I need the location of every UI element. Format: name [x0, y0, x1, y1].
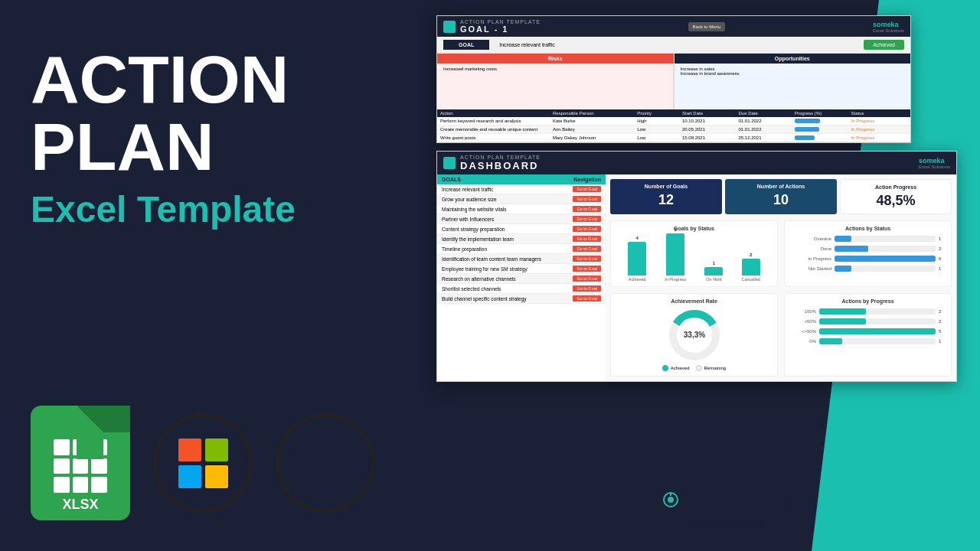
list-item: Grow your audience sizeGo to Goal — [437, 194, 606, 204]
go-to-goal-btn[interactable]: Go to Goal — [573, 216, 601, 222]
hbar-track — [835, 246, 936, 252]
hbar-row: Done 2 — [789, 246, 946, 252]
dash-brand: someka — [919, 157, 950, 165]
apple-icon — [276, 413, 375, 513]
ss-goal-cell: GOAL — [443, 40, 489, 50]
excel-icon: XLSX — [31, 406, 130, 520]
ss-template-label: ACTION PLAN TEMPLATE — [460, 19, 541, 24]
bar-group: 4 Achieved — [628, 236, 646, 282]
go-to-goal-btn[interactable]: Go to Goal — [573, 236, 601, 242]
metric-num-actions-label: Number of Actions — [730, 184, 832, 189]
metric-action-progress-value: 48,5% — [845, 193, 946, 209]
progress-row: 0% 1 — [789, 338, 946, 344]
metric-num-goals-label: Number of Goals — [615, 184, 717, 189]
ss-goal-value: Increase relevant traffic — [497, 40, 856, 50]
metric-action-progress-label: Action Progress — [845, 184, 946, 190]
list-item: Build channel specific content strategyG… — [437, 294, 606, 304]
svg-text:33,3%: 33,3% — [683, 331, 704, 339]
ss-opp-item-1: Increase in brand awareness — [681, 71, 905, 76]
go-to-goal-btn[interactable]: Go to Goal — [573, 256, 601, 262]
ss-brand: someka — [873, 21, 904, 28]
metric-num-goals-value: 12 — [615, 192, 717, 208]
list-item: Increase relevant trafficGo to Goal — [437, 184, 606, 194]
go-to-goal-btn[interactable]: Go to Goal — [573, 295, 601, 302]
ss-risks-header: Risks — [437, 54, 674, 64]
excel-label: XLSX — [62, 497, 98, 513]
progress-row: 100% 2 — [789, 308, 946, 315]
metric-num-actions: Number of Actions 10 — [725, 179, 837, 214]
go-to-goal-btn[interactable]: Go to Goal — [573, 285, 601, 292]
progress-row: >50% 2 — [789, 318, 946, 324]
someka-logo-icon — [655, 484, 686, 515]
hbar-row: In Progress 6 — [789, 256, 946, 262]
go-to-goal-btn[interactable]: Go to Goal — [573, 246, 601, 252]
table-row: Perform keyword research and analysis Ka… — [437, 117, 910, 126]
hbar-row: Overdue 1 — [789, 236, 946, 242]
hbar-row: Not Started 1 — [789, 266, 946, 272]
dash-logo — [443, 157, 456, 169]
chart-actions-by-status: Actions by Status Overdue 1 Done 2 In Pr… — [784, 220, 952, 287]
list-item: Timeline preparationGo to Goal — [437, 244, 606, 254]
go-to-goal-btn[interactable]: Go to Goal — [573, 266, 601, 272]
go-to-goal-btn[interactable]: Go to Goal — [573, 226, 601, 232]
chart-goals-by-status: Goals by Status 4 Achieved 5 In Progress… — [610, 220, 778, 287]
ss-top-header: ACTION PLAN TEMPLATE GOAL - 1 Back to Me… — [437, 16, 910, 37]
svg-point-1 — [668, 497, 674, 503]
screenshot-goal1: ACTION PLAN TEMPLATE GOAL - 1 Back to Me… — [436, 15, 911, 143]
list-item: Maintaining the website vitalsGo to Goal — [437, 204, 606, 214]
ss-back-btn[interactable]: Back to Menu — [688, 22, 726, 31]
dash-template-label: ACTION PLAN TEMPLATE — [460, 155, 541, 160]
progress-track — [819, 308, 936, 315]
ss-opp-content: Increase in sales Increase in brand awar… — [675, 64, 911, 109]
progress-track — [819, 328, 936, 334]
ss-opp-header: Opportunities — [675, 54, 911, 64]
list-item: Content strategy preparationGo to Goal — [437, 224, 606, 234]
ss-logo-small — [443, 21, 456, 33]
bar — [666, 233, 684, 276]
bar — [742, 259, 760, 276]
bar — [628, 242, 646, 276]
ss-risk-item: Increased marketing costs — [443, 67, 667, 71]
list-item: Identify the implementation teamGo to Go… — [437, 234, 606, 244]
list-item: Partner with InfluencersGo to Goal — [437, 214, 606, 224]
donut-wrap: 33,3% Achieved Remaining — [616, 308, 773, 371]
metric-num-goals: Number of Goals 12 — [610, 179, 722, 214]
dash-charts: Goals by Status 4 Achieved 5 In Progress… — [610, 220, 952, 377]
chart-actions-status-title: Actions by Status — [789, 226, 946, 231]
go-to-goal-btn[interactable]: Go to Goal — [573, 206, 601, 212]
chart-actions-progress-title: Actions by Progress — [789, 298, 946, 304]
ss-goal-row: GOAL Increase relevant traffic Achieved — [437, 37, 910, 54]
bar-chart-goals: 4 Achieved 5 In Progress 1 On Hold 2 Can… — [616, 236, 773, 282]
go-to-goal-btn[interactable]: Go to Goal — [573, 276, 601, 282]
list-item: Research on alternative channelsGo to Go… — [437, 274, 606, 284]
bar-group: 2 Cancelled — [741, 253, 760, 282]
someka-logo-text: someka — [689, 484, 796, 516]
windows-icon — [153, 413, 253, 513]
ss-two-col: Risks Increased marketing costs Opportun… — [437, 54, 910, 109]
metric-action-progress: Action Progress 48,5% — [840, 179, 952, 214]
dash-brand-sub: Excel Solutions — [919, 165, 950, 169]
subtitle: Excel Template — [31, 188, 296, 230]
windows-grid — [178, 439, 228, 488]
progress-row: <=50% 5 — [789, 328, 946, 334]
ss-risks-content: Increased marketing costs — [437, 64, 674, 109]
someka-tagline: Excel Solutions — [655, 516, 796, 528]
dash-header: ACTION PLAN TEMPLATE DASHBOARD someka Ex… — [437, 152, 956, 174]
bar — [704, 267, 723, 276]
screenshot-container: ACTION PLAN TEMPLATE GOAL - 1 Back to Me… — [436, 15, 957, 382]
list-item: Identification of team content team mana… — [437, 254, 606, 264]
hbar-track — [835, 236, 936, 242]
screenshot-dashboard: ACTION PLAN TEMPLATE DASHBOARD someka Ex… — [436, 151, 957, 382]
bottom-icons: XLSX — [31, 406, 375, 520]
go-to-goal-btn[interactable]: Go to Goal — [573, 196, 601, 202]
go-to-goal-btn[interactable]: Go to Goal — [573, 186, 601, 192]
metric-num-actions-value: 10 — [730, 192, 832, 208]
ss-brand-sub: Excel Solutions — [873, 28, 904, 33]
dash-body: GOALS Navigation Increase relevant traff… — [437, 174, 956, 381]
excel-grid — [54, 439, 107, 493]
ss-achieved-btn[interactable]: Achieved — [864, 40, 904, 50]
list-item: Employee training for new SM strategyGo … — [437, 264, 606, 274]
progress-track — [819, 318, 936, 324]
bar-group: 5 In Progress — [665, 227, 686, 282]
left-content-area: ACTION PLAN Excel Template — [31, 46, 296, 230]
